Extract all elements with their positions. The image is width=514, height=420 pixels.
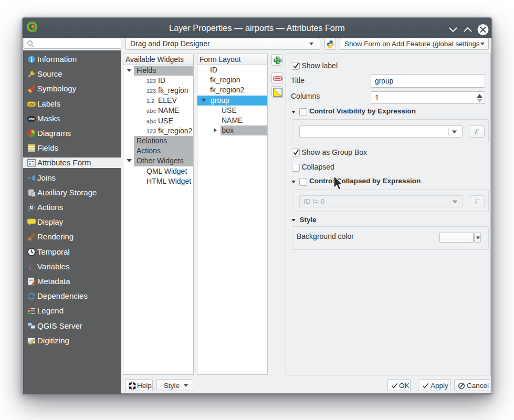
svg-text:Ɛ: Ɛ	[28, 262, 33, 271]
svg-text:abc: abc	[29, 117, 35, 121]
svg-text:abc: abc	[29, 102, 35, 106]
